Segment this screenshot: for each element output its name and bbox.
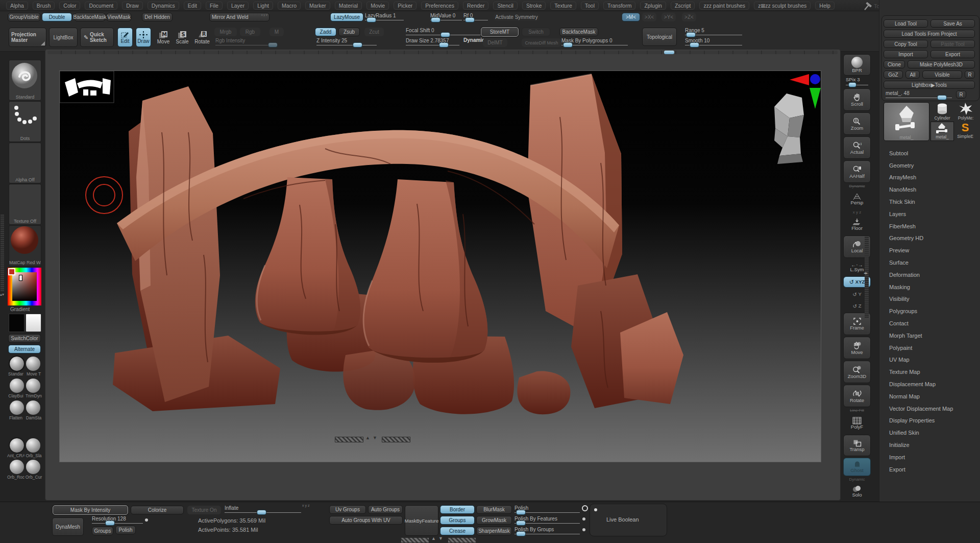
polyframe-button[interactable]: PolyF — [843, 413, 871, 433]
smooth-slider[interactable]: Smooth 10 — [685, 38, 742, 46]
solo-button[interactable]: Solo — [843, 482, 871, 501]
pager-strip-left[interactable] — [335, 437, 363, 442]
bottom-pager-strip-left[interactable] — [401, 537, 429, 543]
menu-light[interactable]: Light — [253, 2, 273, 10]
bottom-pager-strip-right[interactable] — [448, 537, 476, 543]
quick-brush-orb-slash[interactable] — [26, 438, 40, 453]
ghost-button[interactable]: Ghost — [843, 458, 871, 476]
section-subtool[interactable]: Subtool — [879, 147, 980, 159]
uv-groups-button[interactable]: Uv Groups — [329, 505, 366, 514]
section-contact[interactable]: Contact — [879, 317, 980, 329]
actual-button[interactable]: x1 Actual — [843, 136, 871, 159]
pager-down-icon[interactable]: ▼ — [373, 435, 377, 440]
draw-size-slider[interactable]: Draw Size 2.78357 — [406, 38, 459, 46]
document-canvas[interactable] — [59, 70, 821, 462]
gradient-label[interactable]: Gradient — [10, 306, 30, 312]
zadd-button[interactable]: Zadd — [315, 28, 336, 36]
section-uv-map[interactable]: UV Map — [879, 354, 980, 366]
save-as-button[interactable]: Save As — [930, 19, 975, 28]
recent-tool-simplebrush[interactable]: S SimpleE — [954, 122, 976, 140]
menu-preferences[interactable]: Preferences — [421, 2, 458, 10]
mrgb-button[interactable]: Mrgb — [214, 28, 237, 36]
live-boolean-dot[interactable] — [594, 508, 597, 511]
section-geometry-hd[interactable]: Geometry HD — [879, 232, 980, 245]
section-vector-displacement-map[interactable]: Vector Displacement Map — [879, 403, 980, 415]
range-slider[interactable]: Range 5 — [685, 28, 742, 36]
resolution-slider[interactable]: Resolution 128 — [92, 516, 143, 525]
blur-mask-button[interactable]: BlurMask — [476, 505, 512, 514]
create-diff-mesh-button[interactable]: CreateDiff Mesh — [522, 38, 561, 47]
symmetry-m-button[interactable]: >M< — [622, 13, 640, 21]
canvas-pager[interactable]: ▲ ▼ — [335, 436, 411, 442]
menu-stroke[interactable]: Stroke — [522, 2, 546, 10]
tool-slider[interactable]: metal_. 48 — [886, 91, 952, 99]
topological-button[interactable]: Topological — [642, 28, 677, 46]
group-visible-button[interactable]: GroupVisible — [8, 13, 40, 21]
make-polymesh3d-button[interactable]: Make PolyMesh3D — [908, 60, 975, 68]
recent-tool-polymesh[interactable]: PolyMe: — [954, 102, 976, 121]
auto-groups-button[interactable]: Auto Groups — [368, 505, 403, 514]
menu-dynamics[interactable]: Dynamics — [148, 2, 179, 10]
section-display-properties[interactable]: Display Properties — [879, 415, 980, 427]
dynamesh-button[interactable]: DynaMesh — [52, 517, 84, 536]
section-unified-skin[interactable]: Unified Skin — [879, 427, 980, 439]
resolution-toggle-dot[interactable] — [145, 518, 148, 522]
scale-button[interactable]: S Scale — [174, 28, 190, 47]
recent-tool-metal[interactable]: metal_ — [930, 122, 954, 141]
menu-alpha[interactable]: Alpha — [6, 2, 28, 10]
del-mt-button[interactable]: DelMT — [483, 38, 507, 47]
menu-color[interactable]: Color — [59, 2, 80, 10]
projection-master-button[interactable]: Projection Master — [9, 28, 46, 47]
symmetry-z-button[interactable]: >Z< — [682, 13, 696, 21]
polish-by-groups-dot[interactable] — [582, 528, 585, 531]
section-nanomesh[interactable]: NanoMesh — [879, 183, 980, 196]
polish-slider[interactable]: Polish — [514, 506, 580, 514]
right-divider-handle[interactable] — [865, 236, 869, 318]
menu-movie[interactable]: Movie — [366, 2, 389, 10]
current-alpha-thumbnail[interactable]: Alpha Off — [9, 143, 41, 183]
goz-button[interactable]: GoZ — [884, 70, 903, 79]
menu-edit[interactable]: Edit — [184, 2, 201, 10]
section-texture-map[interactable]: Texture Map — [879, 366, 980, 378]
lightbox-tools-button[interactable]: Lightbox▶Tools — [884, 81, 975, 89]
lazy-radius-slider[interactable]: LazyRadius 1 — [365, 13, 404, 21]
polish-by-groups-slider[interactable]: Polish By Groups — [514, 527, 580, 535]
section-export[interactable]: Export — [879, 463, 980, 476]
recent-tool-cylinder[interactable]: Cylinder — [930, 102, 953, 121]
texture-on-button[interactable]: Texture On — [187, 506, 221, 514]
menu-zplugin[interactable]: Zplugin — [640, 2, 666, 10]
section-geometry[interactable]: Geometry — [879, 159, 980, 172]
section-polygroups[interactable]: Polygroups — [879, 305, 980, 317]
polish-by-features-dot[interactable] — [582, 517, 585, 521]
edit-button[interactable]: Edit — [117, 28, 133, 47]
color-picker[interactable] — [8, 268, 41, 305]
colorize-button[interactable]: Colorize — [131, 506, 184, 514]
pager-strip-right[interactable] — [382, 437, 410, 442]
spix-slider[interactable]: SPix 3 — [846, 77, 868, 86]
rgb-intensity-slider[interactable]: Rgb Intensity — [215, 38, 278, 46]
menu-tool[interactable]: Tool — [581, 2, 599, 10]
menu-brush[interactable]: Brush — [33, 2, 55, 10]
switch-button[interactable]: Switch — [522, 28, 550, 36]
tool-slider-r-button[interactable]: R — [956, 90, 966, 99]
section-initialize[interactable]: Initialize — [879, 439, 980, 451]
section-visibility[interactable]: Visibility — [879, 293, 980, 305]
symmetry-y-button[interactable]: >Y< — [662, 13, 676, 21]
scroll-button[interactable]: Scroll — [843, 88, 871, 111]
polish-toggle-ring[interactable] — [582, 505, 588, 511]
menu-texture[interactable]: Texture — [550, 2, 576, 10]
clone-button[interactable]: Clone — [884, 60, 905, 68]
polish-by-features-slider[interactable]: Polish By Features — [514, 516, 580, 525]
section-thick-skin[interactable]: Thick Skin — [879, 196, 980, 208]
section-arraymesh[interactable]: ArrayMesh — [879, 172, 980, 184]
dynamesh-polish-button[interactable]: Polish — [115, 526, 136, 534]
bottom-pager[interactable]: ▲ ▼ — [401, 537, 477, 543]
live-boolean-label[interactable]: Live Boolean — [606, 516, 639, 523]
section-import[interactable]: Import — [879, 451, 980, 463]
quick-brush-trimdynamic[interactable] — [26, 379, 40, 393]
main-color-swatch[interactable] — [9, 314, 24, 332]
section-preview[interactable]: Preview — [879, 244, 980, 256]
alternate-button[interactable]: Alternate — [8, 345, 41, 353]
load-tools-from-project-button[interactable]: Load Tools From Project — [884, 30, 975, 38]
menu-zscript[interactable]: Zscript — [671, 2, 695, 10]
